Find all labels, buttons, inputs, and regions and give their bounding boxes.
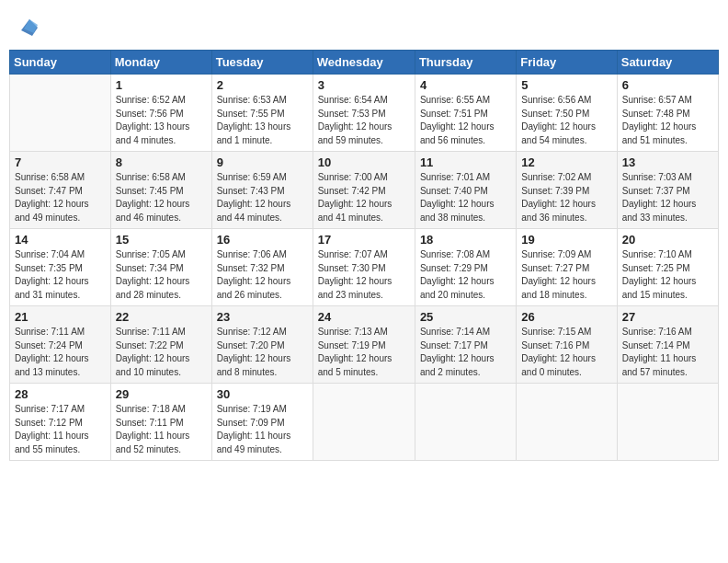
day-number: 15 <box>116 233 207 247</box>
col-header-monday: Monday <box>110 51 211 75</box>
calendar-cell <box>415 384 516 461</box>
day-info: Sunrise: 6:56 AM Sunset: 7:50 PM Dayligh… <box>521 94 611 147</box>
logo-icon <box>18 17 40 39</box>
day-info: Sunrise: 6:54 AM Sunset: 7:53 PM Dayligh… <box>318 94 410 147</box>
col-header-saturday: Saturday <box>617 51 718 75</box>
week-row-4: 21Sunrise: 7:11 AM Sunset: 7:24 PM Dayli… <box>10 306 719 384</box>
day-number: 20 <box>622 233 713 247</box>
logo <box>18 17 42 39</box>
calendar-cell: 23Sunrise: 7:12 AM Sunset: 7:20 PM Dayli… <box>211 306 313 384</box>
calendar-cell: 26Sunrise: 7:15 AM Sunset: 7:16 PM Dayli… <box>517 306 617 384</box>
day-number: 10 <box>318 155 410 169</box>
day-number: 26 <box>521 310 611 324</box>
day-number: 3 <box>318 78 410 92</box>
day-number: 7 <box>15 155 106 169</box>
day-info: Sunrise: 7:01 AM Sunset: 7:40 PM Dayligh… <box>420 171 511 224</box>
calendar-cell: 14Sunrise: 7:04 AM Sunset: 7:35 PM Dayli… <box>10 229 111 306</box>
week-row-5: 28Sunrise: 7:17 AM Sunset: 7:12 PM Dayli… <box>10 384 719 461</box>
calendar-cell <box>517 384 617 461</box>
calendar-cell: 17Sunrise: 7:07 AM Sunset: 7:30 PM Dayli… <box>313 229 415 306</box>
week-row-1: 1Sunrise: 6:52 AM Sunset: 7:56 PM Daylig… <box>10 75 719 152</box>
calendar-cell: 20Sunrise: 7:10 AM Sunset: 7:25 PM Dayli… <box>617 229 718 306</box>
day-info: Sunrise: 6:58 AM Sunset: 7:45 PM Dayligh… <box>116 171 207 224</box>
day-info: Sunrise: 7:03 AM Sunset: 7:37 PM Dayligh… <box>622 171 713 224</box>
day-number: 23 <box>217 310 308 324</box>
week-row-2: 7Sunrise: 6:58 AM Sunset: 7:47 PM Daylig… <box>10 152 719 229</box>
day-number: 25 <box>420 310 511 324</box>
day-number: 8 <box>116 155 207 169</box>
day-info: Sunrise: 6:53 AM Sunset: 7:55 PM Dayligh… <box>217 94 308 147</box>
day-number: 4 <box>420 78 511 92</box>
day-info: Sunrise: 6:52 AM Sunset: 7:56 PM Dayligh… <box>116 94 207 147</box>
day-info: Sunrise: 7:16 AM Sunset: 7:14 PM Dayligh… <box>622 326 713 379</box>
day-number: 14 <box>15 233 106 247</box>
day-number: 16 <box>217 233 308 247</box>
calendar-cell: 7Sunrise: 6:58 AM Sunset: 7:47 PM Daylig… <box>10 152 111 229</box>
calendar-cell <box>10 75 111 152</box>
day-number: 2 <box>217 78 308 92</box>
day-info: Sunrise: 7:10 AM Sunset: 7:25 PM Dayligh… <box>622 248 713 302</box>
col-header-thursday: Thursday <box>415 51 516 75</box>
col-header-wednesday: Wednesday <box>313 51 415 75</box>
day-info: Sunrise: 7:17 AM Sunset: 7:12 PM Dayligh… <box>15 403 106 456</box>
page-header <box>9 9 719 42</box>
calendar-cell <box>617 384 718 461</box>
calendar-cell: 4Sunrise: 6:55 AM Sunset: 7:51 PM Daylig… <box>415 75 516 152</box>
calendar-cell: 6Sunrise: 6:57 AM Sunset: 7:48 PM Daylig… <box>617 75 718 152</box>
day-info: Sunrise: 7:19 AM Sunset: 7:09 PM Dayligh… <box>217 403 308 456</box>
day-number: 13 <box>622 155 713 169</box>
calendar-cell: 22Sunrise: 7:11 AM Sunset: 7:22 PM Dayli… <box>110 306 211 384</box>
calendar-cell: 25Sunrise: 7:14 AM Sunset: 7:17 PM Dayli… <box>415 306 516 384</box>
calendar-cell: 15Sunrise: 7:05 AM Sunset: 7:34 PM Dayli… <box>110 229 211 306</box>
day-info: Sunrise: 6:57 AM Sunset: 7:48 PM Dayligh… <box>622 94 713 147</box>
calendar-cell: 10Sunrise: 7:00 AM Sunset: 7:42 PM Dayli… <box>313 152 415 229</box>
day-number: 9 <box>217 155 308 169</box>
day-info: Sunrise: 7:11 AM Sunset: 7:22 PM Dayligh… <box>116 326 207 379</box>
calendar-cell: 12Sunrise: 7:02 AM Sunset: 7:39 PM Dayli… <box>517 152 617 229</box>
day-info: Sunrise: 7:06 AM Sunset: 7:32 PM Dayligh… <box>217 248 308 302</box>
header-row: SundayMondayTuesdayWednesdayThursdayFrid… <box>10 51 719 75</box>
calendar-cell: 21Sunrise: 7:11 AM Sunset: 7:24 PM Dayli… <box>10 306 111 384</box>
calendar-cell: 19Sunrise: 7:09 AM Sunset: 7:27 PM Dayli… <box>517 229 617 306</box>
day-info: Sunrise: 6:59 AM Sunset: 7:43 PM Dayligh… <box>217 171 308 224</box>
day-info: Sunrise: 7:12 AM Sunset: 7:20 PM Dayligh… <box>217 326 308 379</box>
col-header-sunday: Sunday <box>10 51 111 75</box>
day-number: 1 <box>116 78 207 92</box>
calendar-cell: 2Sunrise: 6:53 AM Sunset: 7:55 PM Daylig… <box>211 75 313 152</box>
day-info: Sunrise: 7:04 AM Sunset: 7:35 PM Dayligh… <box>15 248 106 302</box>
day-info: Sunrise: 7:14 AM Sunset: 7:17 PM Dayligh… <box>420 326 511 379</box>
day-number: 29 <box>116 387 207 401</box>
calendar-cell: 30Sunrise: 7:19 AM Sunset: 7:09 PM Dayli… <box>211 384 313 461</box>
day-number: 19 <box>521 233 611 247</box>
day-number: 22 <box>116 310 207 324</box>
day-info: Sunrise: 6:55 AM Sunset: 7:51 PM Dayligh… <box>420 94 511 147</box>
calendar-cell: 5Sunrise: 6:56 AM Sunset: 7:50 PM Daylig… <box>517 75 617 152</box>
day-number: 6 <box>622 78 713 92</box>
day-number: 27 <box>622 310 713 324</box>
calendar-cell: 16Sunrise: 7:06 AM Sunset: 7:32 PM Dayli… <box>211 229 313 306</box>
day-number: 17 <box>318 233 410 247</box>
day-number: 12 <box>521 155 611 169</box>
calendar-cell: 1Sunrise: 6:52 AM Sunset: 7:56 PM Daylig… <box>110 75 211 152</box>
day-info: Sunrise: 7:09 AM Sunset: 7:27 PM Dayligh… <box>521 248 611 302</box>
day-info: Sunrise: 7:00 AM Sunset: 7:42 PM Dayligh… <box>318 171 410 224</box>
day-number: 24 <box>318 310 410 324</box>
calendar-cell <box>313 384 415 461</box>
calendar-cell: 9Sunrise: 6:59 AM Sunset: 7:43 PM Daylig… <box>211 152 313 229</box>
calendar-table: SundayMondayTuesdayWednesdayThursdayFrid… <box>9 50 719 461</box>
day-number: 30 <box>217 387 308 401</box>
calendar-cell: 13Sunrise: 7:03 AM Sunset: 7:37 PM Dayli… <box>617 152 718 229</box>
day-info: Sunrise: 7:02 AM Sunset: 7:39 PM Dayligh… <box>521 171 611 224</box>
calendar-cell: 8Sunrise: 6:58 AM Sunset: 7:45 PM Daylig… <box>110 152 211 229</box>
day-info: Sunrise: 7:15 AM Sunset: 7:16 PM Dayligh… <box>521 326 611 379</box>
day-info: Sunrise: 7:18 AM Sunset: 7:11 PM Dayligh… <box>116 403 207 456</box>
day-info: Sunrise: 7:05 AM Sunset: 7:34 PM Dayligh… <box>116 248 207 302</box>
day-number: 11 <box>420 155 511 169</box>
day-info: Sunrise: 6:58 AM Sunset: 7:47 PM Dayligh… <box>15 171 106 224</box>
day-info: Sunrise: 7:13 AM Sunset: 7:19 PM Dayligh… <box>318 326 410 379</box>
calendar-cell: 24Sunrise: 7:13 AM Sunset: 7:19 PM Dayli… <box>313 306 415 384</box>
col-header-tuesday: Tuesday <box>211 51 313 75</box>
day-number: 21 <box>15 310 106 324</box>
day-info: Sunrise: 7:08 AM Sunset: 7:29 PM Dayligh… <box>420 248 511 302</box>
day-number: 5 <box>521 78 611 92</box>
